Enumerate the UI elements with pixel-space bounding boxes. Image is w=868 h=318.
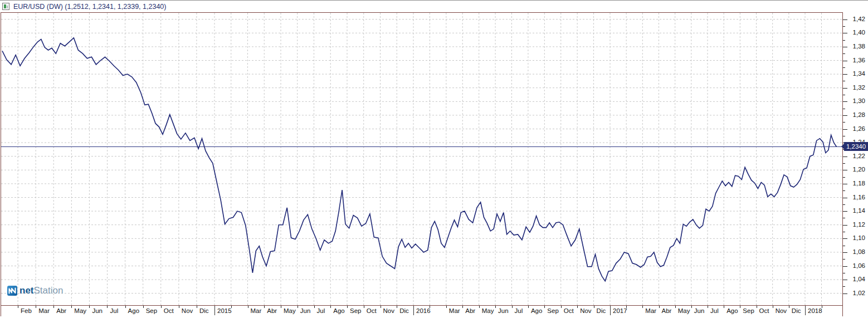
month-label: Jul <box>710 307 719 314</box>
month-label: Dic <box>792 307 801 314</box>
month-tick <box>397 306 397 308</box>
netstation-logo-icon <box>7 286 17 296</box>
month-label: Ago <box>128 307 139 314</box>
y-minor-tick <box>843 273 845 273</box>
month-tick <box>330 306 331 308</box>
month-label: Jun <box>92 307 103 314</box>
y-tick-label: 1,16 <box>853 194 865 200</box>
logo-text-light: Station <box>34 285 64 296</box>
month-label: May <box>482 307 494 314</box>
y-tick-label: 1,04 <box>853 276 865 282</box>
y-major-tick <box>843 184 847 184</box>
y-major-tick <box>843 252 847 253</box>
month-tick <box>36 306 36 308</box>
y-major-tick <box>843 115 847 116</box>
month-tick <box>107 306 108 308</box>
month-label: Sep <box>743 307 754 314</box>
y-tick-label: 1,30 <box>853 97 865 104</box>
month-label: Mar <box>645 307 656 314</box>
month-tick <box>53 306 54 308</box>
y-minor-tick <box>843 81 845 81</box>
y-tick-label: 1,40 <box>853 29 865 36</box>
month-label: Jun <box>498 307 509 314</box>
month-tick <box>197 306 197 308</box>
month-tick <box>642 306 643 308</box>
month-tick <box>248 306 248 308</box>
month-label: Oct <box>164 307 174 314</box>
month-label: Ago <box>726 307 738 314</box>
month-label: Dic <box>399 307 409 314</box>
month-tick <box>364 306 364 308</box>
month-label: Nov <box>580 307 591 314</box>
chart-title-bar: EUR/USD (DW) (1,2512, 1,2341, 1,2339, 1,… <box>0 1 868 12</box>
month-tick <box>89 306 90 308</box>
month-label: Sep <box>547 307 558 314</box>
year-boundary-tick <box>610 306 611 315</box>
y-minor-tick <box>843 109 845 109</box>
y-minor-tick <box>843 136 845 136</box>
y-tick-label: 1,18 <box>853 180 865 187</box>
month-label: Abr <box>662 307 672 314</box>
x-axis[interactable]: FebMarAbrMayJunJulAgoSepOctNovDic2015Mar… <box>1 305 842 316</box>
y-major-tick <box>843 88 847 89</box>
month-tick <box>314 306 315 308</box>
month-tick <box>462 306 463 308</box>
month-label: Nov <box>182 307 193 314</box>
month-label: Jun <box>300 307 311 314</box>
y-minor-tick <box>843 218 845 218</box>
month-tick <box>724 306 724 308</box>
y-axis[interactable]: 1,2340 1,421,401,381,361,341,321,301,281… <box>843 12 868 318</box>
y-minor-tick <box>843 67 845 68</box>
price-chart-plot[interactable] <box>1 13 842 305</box>
month-tick <box>179 306 179 308</box>
month-label: Mar <box>449 307 460 314</box>
month-label: Sep <box>350 307 361 314</box>
y-minor-tick <box>843 232 845 232</box>
month-label: Jul <box>110 307 118 314</box>
month-label: May <box>678 307 690 314</box>
month-label: Mar <box>251 307 262 314</box>
month-label: Nov <box>776 307 787 314</box>
y-tick-label: 1,02 <box>853 290 865 296</box>
last-price-tag: 1,2340 <box>844 142 868 151</box>
y-major-tick <box>843 211 847 212</box>
month-label: Dic <box>597 307 606 314</box>
month-tick <box>561 306 562 308</box>
month-tick <box>708 306 708 308</box>
month-tick <box>446 306 447 308</box>
month-tick <box>495 306 496 308</box>
month-tick <box>594 306 594 308</box>
month-tick <box>125 306 126 308</box>
month-tick <box>528 306 529 308</box>
y-minor-tick <box>843 204 845 205</box>
month-label: Ago <box>333 307 344 314</box>
y-major-tick <box>843 74 847 75</box>
y-tick-label: 1,34 <box>853 70 865 77</box>
y-major-tick <box>843 280 847 280</box>
month-label: Jul <box>515 307 523 314</box>
month-label: Ago <box>531 307 542 314</box>
y-minor-tick <box>843 40 845 41</box>
logo-text-bold: net <box>19 285 34 296</box>
y-tick-label: 1,08 <box>853 248 865 255</box>
month-tick <box>479 306 480 308</box>
month-label: May <box>284 307 296 314</box>
y-major-tick <box>843 293 847 294</box>
y-major-tick <box>843 156 847 157</box>
year-boundary-tick <box>805 306 806 315</box>
y-tick-label: 1,12 <box>853 221 865 228</box>
month-tick <box>71 306 72 308</box>
y-tick-label: 1,26 <box>853 125 865 132</box>
month-tick <box>512 306 513 308</box>
year-label: 2017 <box>613 307 627 314</box>
year-label: 2016 <box>416 307 431 314</box>
month-tick <box>264 306 265 308</box>
y-tick-label: 1,22 <box>853 153 865 159</box>
y-tick-label: 1,28 <box>853 111 865 118</box>
y-tick-label: 1,38 <box>853 43 865 50</box>
chart-frame: FebMarAbrMayJunJulAgoSepOctNovDic2015Mar… <box>1 12 843 316</box>
chart-title: EUR/USD (DW) (1,2512, 1,2341, 1,2339, 1,… <box>13 3 166 11</box>
month-label: Jul <box>317 307 325 314</box>
netstation-logo: netStation <box>7 285 63 296</box>
month-label: Mar <box>38 307 50 314</box>
